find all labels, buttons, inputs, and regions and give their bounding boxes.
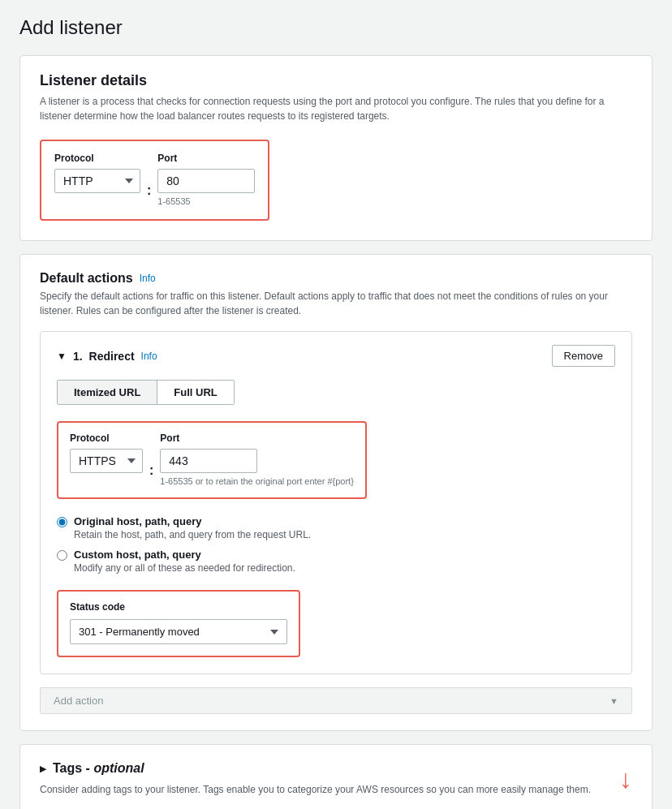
protocol-label: Protocol <box>54 153 140 164</box>
radio-original-desc: Retain the host, path, and query from th… <box>74 529 311 540</box>
listener-details-desc: A listener is a process that checks for … <box>40 94 632 123</box>
add-action-label: Add action <box>54 695 103 707</box>
radio-original-input[interactable] <box>57 517 67 527</box>
scroll-down-arrow-icon: ↓ <box>619 766 632 792</box>
redirect-info-link[interactable]: Info <box>141 351 157 362</box>
host-path-query-radio-group: Original host, path, query Retain the ho… <box>57 515 615 574</box>
add-action-button[interactable]: Add action ▼ <box>40 687 632 714</box>
tab-itemized-url[interactable]: Itemized URL <box>58 381 157 404</box>
redirect-port-hint: 1-65535 or to retain the original port e… <box>160 476 354 486</box>
url-tab-group: Itemized URL Full URL <box>57 380 235 405</box>
collapse-icon[interactable]: ▼ <box>57 351 67 362</box>
redirect-protocol-label: Protocol <box>70 432 143 444</box>
redirect-protocol-select[interactable]: HTTP HTTPS <box>70 449 143 473</box>
page-title: Add listener <box>19 16 653 39</box>
colon-sep: : <box>147 183 151 198</box>
redirect-index: 1. <box>73 350 83 363</box>
radio-custom-label[interactable]: Custom host, path, query <box>74 549 295 561</box>
tags-title: Tags - optional <box>53 761 144 776</box>
default-actions-header: Default actions Info <box>40 271 632 286</box>
radio-original-label[interactable]: Original host, path, query <box>74 515 311 527</box>
redirect-label: Redirect <box>89 350 135 363</box>
default-actions-desc: Specify the default actions for traffic … <box>40 289 632 318</box>
redirect-colon-sep: : <box>149 463 153 478</box>
listener-protocol-select[interactable]: HTTP HTTPS TCP TLS UDP TCP_UDP <box>54 169 140 193</box>
protocol-field-wrap: Protocol HTTP HTTPS TCP TLS UDP TCP_UDP <box>54 153 140 193</box>
port-label: Port <box>157 153 255 164</box>
redirect-port-input[interactable] <box>160 449 257 473</box>
status-code-group: Status code 301 - Permanently moved 302 … <box>57 590 300 657</box>
radio-custom: Custom host, path, query Modify any or a… <box>57 549 615 574</box>
tab-full-url[interactable]: Full URL <box>157 381 233 404</box>
tags-optional-text: optional <box>93 761 144 775</box>
port-field-wrap: Port 1-65535 <box>157 153 255 206</box>
status-code-label: Status code <box>70 601 287 613</box>
tags-header: ▶ Tags - optional <box>40 761 632 776</box>
listener-protocol-port-group: Protocol HTTP HTTPS TCP TLS UDP TCP_UDP … <box>40 140 269 221</box>
redirect-protocol-field-wrap: Protocol HTTP HTTPS <box>70 432 143 473</box>
radio-custom-input[interactable] <box>57 550 67 561</box>
redirect-header: ▼ 1. Redirect Info Remove <box>57 345 615 367</box>
radio-original: Original host, path, query Retain the ho… <box>57 515 615 540</box>
radio-custom-desc: Modify any or all of these as needed for… <box>74 562 295 574</box>
remove-button[interactable]: Remove <box>552 345 615 367</box>
status-code-select[interactable]: 301 - Permanently moved 302 - Found <box>70 619 287 644</box>
port-hint: 1-65535 <box>157 196 255 206</box>
listener-details-card: Listener details A listener is a process… <box>19 55 653 241</box>
redirect-port-field-wrap: Port 1-65535 or to retain the original p… <box>160 432 354 486</box>
tags-desc: Consider adding tags to your listener. T… <box>40 782 632 797</box>
redirect-card: ▼ 1. Redirect Info Remove Itemized URL F… <box>40 331 632 674</box>
tags-card: ▶ Tags - optional Consider adding tags t… <box>19 744 653 809</box>
radio-custom-text: Custom host, path, query Modify any or a… <box>74 549 295 574</box>
tags-title-text: Tags - <box>53 761 90 775</box>
add-action-arrow-icon: ▼ <box>610 696 618 706</box>
listener-port-input[interactable] <box>157 169 255 193</box>
default-actions-card: Default actions Info Specify the default… <box>19 254 653 731</box>
redirect-port-label: Port <box>160 432 354 444</box>
default-actions-title: Default actions <box>40 271 133 286</box>
redirect-protocol-port-group: Protocol HTTP HTTPS : Port 1-65535 or to… <box>57 421 367 499</box>
default-actions-info-link[interactable]: Info <box>140 273 156 284</box>
tags-expand-icon[interactable]: ▶ <box>40 764 46 774</box>
listener-details-title: Listener details <box>40 72 632 89</box>
radio-original-text: Original host, path, query Retain the ho… <box>74 515 311 540</box>
redirect-title-left: ▼ 1. Redirect Info <box>57 350 157 363</box>
